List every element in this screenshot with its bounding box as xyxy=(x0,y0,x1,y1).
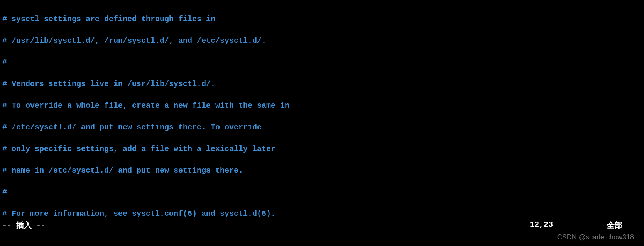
comment-line: # For more information, see sysctl.conf(… xyxy=(2,209,642,219)
cursor-position: 12,23 xyxy=(530,220,553,231)
comment-line: # xyxy=(2,57,642,68)
blank-line xyxy=(2,230,642,241)
watermark-text: CSDN @scarletchow318 xyxy=(557,233,634,241)
comment-line: # only specific settings, add a file wit… xyxy=(2,144,642,154)
scroll-percent: 全部 xyxy=(607,220,622,231)
comment-line: # name in /etc/sysctl.d/ and put new set… xyxy=(2,165,642,176)
vim-status-bar: -- 插入 -- 12,23 全部 xyxy=(0,220,644,231)
comment-line: # Vendors settings live in /usr/lib/sysc… xyxy=(2,79,642,90)
status-spacer xyxy=(46,220,530,231)
comment-line: # xyxy=(2,187,642,198)
vim-mode: -- 插入 -- xyxy=(2,220,46,231)
comment-line: # To override a whole file, create a new… xyxy=(2,100,642,111)
comment-line: # /etc/sysctl.d/ and put new settings th… xyxy=(2,122,642,133)
terminal-editor[interactable]: # sysctl settings are defined through fi… xyxy=(0,0,644,246)
comment-line: # /usr/lib/sysctl.d/, /run/sysctl.d/, an… xyxy=(2,36,642,46)
comment-line: # sysctl settings are defined through fi… xyxy=(2,14,642,25)
